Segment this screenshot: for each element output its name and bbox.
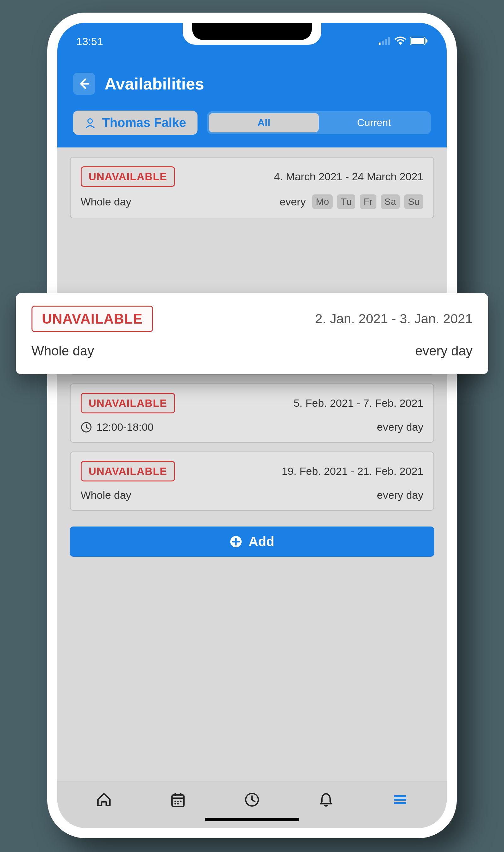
- svg-point-7: [88, 119, 92, 123]
- day-chip: Tu: [337, 194, 355, 209]
- card-date: 4. March 2021 - 24 March 2021: [274, 171, 424, 183]
- add-button-label: Add: [249, 534, 274, 549]
- segment-current[interactable]: Current: [319, 113, 429, 132]
- status-icons: [379, 35, 428, 48]
- home-icon: [95, 791, 112, 808]
- wifi-icon: [394, 35, 406, 48]
- title-row: Availabilities: [73, 73, 431, 95]
- repeat-label: every: [280, 196, 306, 208]
- card-date: 5. Feb. 2021 - 7. Feb. 2021: [293, 397, 424, 409]
- status-time: 13:51: [76, 35, 103, 48]
- bell-icon: [318, 791, 335, 808]
- card-time: Whole day: [80, 489, 131, 501]
- svg-point-15: [177, 801, 179, 802]
- availability-card[interactable]: UNAVAILABLE 5. Feb. 2021 - 7. Feb. 2021 …: [70, 384, 434, 443]
- clock-icon: [80, 422, 92, 433]
- svg-point-16: [180, 801, 181, 802]
- filter-row: Thomas Falke All Current: [73, 111, 431, 135]
- status-badge: UNAVAILABLE: [80, 393, 175, 413]
- user-chip[interactable]: Thomas Falke: [73, 111, 198, 135]
- svg-point-18: [177, 803, 179, 805]
- card-repeat: every day: [415, 343, 472, 359]
- tab-clock[interactable]: [242, 790, 262, 809]
- signal-icon: [379, 35, 391, 48]
- svg-rect-6: [426, 39, 428, 42]
- day-chip: Fr: [360, 194, 376, 209]
- content: UNAVAILABLE 4. March 2021 - 24 March 202…: [57, 147, 447, 781]
- calendar-icon: [169, 791, 186, 808]
- day-chip: Sa: [381, 194, 400, 209]
- svg-rect-2: [385, 39, 387, 45]
- phone-frame: 13:51 Availabilities: [47, 13, 457, 838]
- svg-point-17: [174, 803, 176, 805]
- card-repeat: every day: [377, 421, 424, 433]
- card-time: 12:00-18:00: [96, 421, 154, 433]
- home-indicator[interactable]: [205, 818, 299, 821]
- add-button[interactable]: Add: [70, 527, 434, 557]
- availability-card[interactable]: UNAVAILABLE 19. Feb. 2021 - 21. Feb. 202…: [70, 451, 434, 511]
- segment-control: All Current: [207, 111, 431, 134]
- plus-circle-icon: [230, 535, 242, 548]
- arrow-left-icon: [78, 77, 90, 90]
- day-chip: Su: [404, 194, 424, 209]
- svg-rect-3: [388, 37, 390, 45]
- page-title: Availabilities: [105, 74, 204, 93]
- status-badge: UNAVAILABLE: [80, 461, 175, 481]
- svg-rect-5: [411, 38, 424, 44]
- svg-rect-0: [379, 42, 380, 45]
- availability-card-highlighted[interactable]: UNAVAILABLE 2. Jan. 2021 - 3. Jan. 2021 …: [16, 293, 488, 374]
- tab-home[interactable]: [94, 790, 113, 809]
- svg-point-14: [174, 801, 176, 802]
- user-name: Thomas Falke: [102, 116, 186, 130]
- card-date: 2. Jan. 2021 - 3. Jan. 2021: [315, 311, 472, 326]
- day-chips: every Mo Tu Fr Sa Su: [280, 194, 424, 209]
- battery-icon: [410, 35, 428, 48]
- availability-card[interactable]: UNAVAILABLE 4. March 2021 - 24 March 202…: [70, 157, 434, 218]
- status-badge: UNAVAILABLE: [32, 306, 153, 332]
- user-icon: [85, 117, 96, 128]
- back-button[interactable]: [73, 73, 95, 95]
- segment-all[interactable]: All: [209, 113, 319, 132]
- menu-icon: [392, 791, 409, 808]
- card-time: Whole day: [80, 196, 131, 208]
- tab-calendar[interactable]: [168, 790, 187, 809]
- card-time: Whole day: [32, 343, 94, 359]
- status-badge: UNAVAILABLE: [80, 166, 175, 187]
- svg-rect-1: [382, 41, 384, 45]
- card-date: 19. Feb. 2021 - 21. Feb. 2021: [282, 465, 424, 477]
- screen: 13:51 Availabilities: [57, 23, 447, 828]
- card-time-row: 12:00-18:00: [80, 421, 154, 433]
- clock-icon: [244, 791, 260, 808]
- tab-notifications[interactable]: [317, 790, 336, 809]
- card-repeat: every day: [377, 489, 424, 501]
- day-chip: Mo: [312, 194, 333, 209]
- notch: [183, 23, 321, 45]
- tab-menu[interactable]: [391, 790, 410, 809]
